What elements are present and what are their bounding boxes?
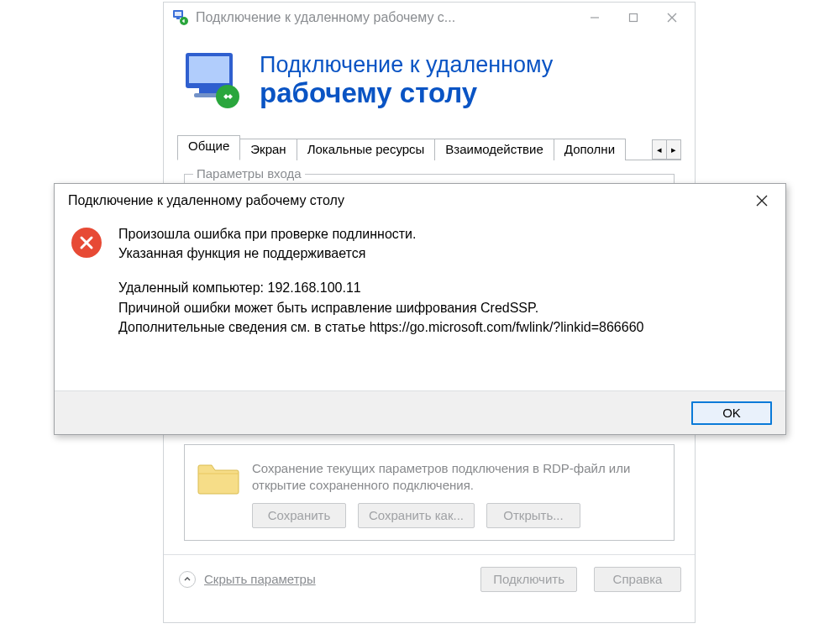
save-button[interactable]: Сохранить	[252, 503, 346, 528]
error-line4: Причиной ошибки может быть исправление ш…	[118, 298, 643, 317]
tab-general[interactable]: Общие	[177, 135, 240, 160]
error-message: Произошла ошибка при проверке подлинност…	[118, 224, 643, 337]
svg-rect-1	[175, 12, 181, 16]
hide-params-link[interactable]: Скрыть параметры	[204, 572, 316, 586]
close-button[interactable]	[653, 4, 691, 31]
error-titlebar[interactable]: Подключение к удаленному рабочему столу	[55, 184, 785, 217]
svg-rect-2	[176, 18, 180, 19]
error-close-button[interactable]	[743, 187, 780, 214]
collapse-arrow-icon[interactable]	[179, 571, 196, 588]
tab-experience[interactable]: Взаимодействие	[434, 139, 554, 160]
minimize-button[interactable]	[575, 4, 614, 31]
open-button[interactable]: Открыть...	[486, 503, 580, 528]
save-as-button[interactable]: Сохранить как...	[358, 503, 475, 528]
tab-display[interactable]: Экран	[239, 139, 297, 160]
tab-local-resources[interactable]: Локальные ресурсы	[297, 139, 436, 160]
error-footer: OK	[55, 390, 785, 434]
header-line1: Подключение к удаленному	[260, 53, 553, 78]
error-line2: Указанная функция не поддерживается	[118, 244, 643, 263]
error-line3: Удаленный компьютер: 192.168.100.11	[118, 278, 643, 297]
tabs-scroll-left[interactable]: ◂	[652, 139, 667, 160]
titlebar[interactable]: Подключение к удаленному рабочему с...	[164, 3, 695, 33]
login-params-legend: Параметры входа	[193, 166, 305, 181]
tabs-scroll-right[interactable]: ▸	[666, 139, 681, 160]
connection-settings-group: Сохранение текущих параметров подключени…	[184, 444, 675, 541]
monitor-icon	[181, 48, 246, 113]
tab-advanced[interactable]: Дополни	[554, 139, 626, 160]
footer-row: Скрыть параметры Подключить Справка	[164, 555, 695, 604]
tabs-row: Общие Экран Локальные ресурсы Взаимодейс…	[164, 135, 695, 160]
error-line1: Произошла ошибка при проверке подлинност…	[118, 224, 643, 244]
help-button[interactable]: Справка	[594, 567, 681, 592]
header-line2: рабочему столу	[260, 78, 553, 108]
error-line5: Дополнительные сведения см. в статье htt…	[118, 317, 643, 337]
svg-rect-7	[189, 56, 229, 83]
connect-button[interactable]: Подключить	[480, 567, 577, 592]
svg-rect-5	[630, 14, 638, 22]
header-banner: Подключение к удаленному рабочему столу	[164, 33, 695, 135]
maximize-button[interactable]	[614, 4, 653, 31]
error-title: Подключение к удаленному рабочему столу	[68, 193, 743, 208]
error-dialog: Подключение к удаленному рабочему столу …	[54, 183, 786, 435]
folder-icon	[197, 460, 240, 495]
svg-rect-8	[199, 88, 219, 93]
save-description: Сохранение текущих параметров подключени…	[252, 460, 662, 495]
ok-button[interactable]: OK	[691, 401, 772, 425]
error-icon	[71, 228, 102, 258]
rdp-app-icon	[172, 9, 189, 26]
titlebar-text: Подключение к удаленному рабочему с...	[196, 10, 575, 25]
